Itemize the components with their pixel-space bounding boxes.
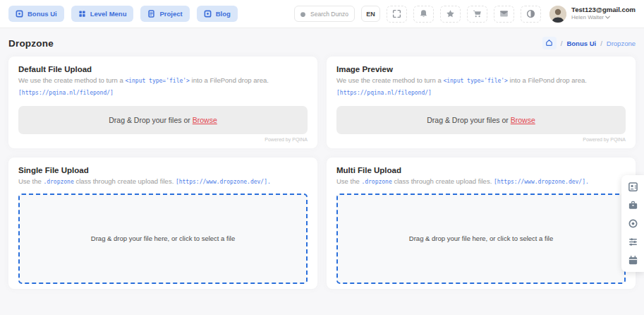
breadcrumb-home-button[interactable]: [542, 37, 557, 49]
filepond-drop-area[interactable]: Drag & Drop your files or Browse: [336, 106, 626, 134]
moon-icon: [526, 9, 535, 18]
nav-button-project[interactable]: Project: [140, 6, 189, 22]
language-button[interactable]: EN: [361, 6, 380, 22]
contact-icon[interactable]: [628, 182, 638, 192]
record-icon[interactable]: [628, 218, 638, 229]
inline-code: <input type='file'>: [125, 78, 190, 84]
card-multi-file-upload: Multi File Upload Use the .dropzone clas…: [327, 158, 636, 289]
cart-icon: [473, 9, 482, 18]
drop-label: Drag & drop your file here, or click to …: [409, 234, 553, 242]
maximize-icon: [392, 9, 401, 18]
card-link[interactable]: [https://pqina.nl/filepond/]: [336, 88, 626, 98]
cart-button[interactable]: [467, 6, 487, 23]
account-name: Helen Walter: [571, 14, 636, 20]
nav-button-bonus-ui[interactable]: Bonus Ui: [8, 6, 64, 22]
account-menu[interactable]: Test123@gmail.com Helen Walter: [549, 6, 636, 23]
bell-icon: [419, 9, 428, 18]
card-single-file-upload: Single File Upload Use the .dropzone cla…: [8, 158, 317, 289]
card-title: Single File Upload: [18, 166, 308, 174]
chevron-down-icon: [605, 14, 610, 20]
breadcrumb-separator: /: [600, 40, 602, 47]
briefcase-icon[interactable]: [628, 200, 638, 210]
browse-link[interactable]: Browse: [193, 116, 217, 124]
sliders-icon[interactable]: [628, 237, 638, 247]
customizer-side-panel: [621, 175, 644, 272]
card-description: Use the .dropzone class through create u…: [336, 177, 626, 187]
card-description: We use the create method to turn a <inpu…: [18, 76, 308, 86]
card-link[interactable]: [https://pqina.nl/filepond/]: [18, 88, 308, 98]
card-default-file-upload: Default File Upload We use the create me…: [8, 57, 317, 148]
card-title: Multi File Upload: [336, 166, 626, 174]
header-nav-group: Bonus Ui Level Menu Project Blog: [8, 6, 238, 22]
bookmark-button[interactable]: [440, 6, 461, 23]
powered-by-credit: Powered by PQINA: [18, 137, 308, 142]
dropzone-single[interactable]: Drag & drop your file here, or click to …: [18, 194, 308, 284]
card-description: Use the .dropzone class through create u…: [18, 177, 308, 187]
card-image-preview: Image Preview We use the create method t…: [327, 57, 636, 148]
nav-button-label: Level Menu: [90, 10, 127, 18]
card-description: We use the create method to turn a <inpu…: [336, 76, 626, 86]
breadcrumb-current[interactable]: Dropzone: [607, 40, 636, 47]
inline-code: <input type='file'>: [443, 78, 508, 84]
drop-label: Drag & Drop your files or: [109, 116, 190, 124]
content-grid: Default File Upload We use the create me…: [0, 57, 644, 289]
header-actions: EN: [294, 6, 636, 23]
nav-button-blog[interactable]: Blog: [197, 6, 238, 22]
search-input[interactable]: [310, 11, 349, 18]
account-email: Test123@gmail.com: [571, 6, 636, 14]
dark-mode-button[interactable]: [521, 6, 541, 23]
star-icon: [446, 9, 455, 18]
nav-button-label: Blog: [216, 10, 231, 18]
notifications-button[interactable]: [413, 6, 434, 23]
dropzone-multi[interactable]: Drag & drop your file here, or click to …: [336, 194, 626, 284]
mail-icon: [499, 9, 509, 18]
card-title: Image Preview: [336, 65, 626, 73]
top-header: Bonus Ui Level Menu Project Blog: [0, 0, 644, 28]
card-title: Default File Upload: [18, 65, 308, 73]
account-text: Test123@gmail.com Helen Walter: [571, 6, 636, 20]
breadcrumb: / Bonus Ui / Dropzone: [542, 37, 636, 49]
document-icon: [147, 10, 155, 18]
page-head: Dropzone / Bonus Ui / Dropzone: [0, 28, 644, 57]
nav-button-level-menu[interactable]: Level Menu: [71, 6, 134, 22]
calendar-icon[interactable]: [628, 255, 638, 266]
drop-label: Drag & Drop your files or: [427, 116, 509, 124]
card-link[interactable]: [https://www.dropzone.dev/].: [176, 179, 271, 185]
breadcrumb-separator: /: [561, 40, 563, 47]
breadcrumb-section[interactable]: Bonus Ui: [566, 40, 596, 47]
app-icon: [16, 10, 23, 18]
powered-by-credit: Powered by PQINA: [336, 137, 626, 142]
search-icon: [300, 8, 306, 20]
inline-code: .dropzone: [361, 179, 391, 185]
search-box[interactable]: [294, 6, 355, 22]
avatar: [549, 6, 566, 23]
grid-icon: [78, 10, 86, 18]
nav-button-label: Bonus Ui: [28, 10, 57, 18]
home-icon: [545, 39, 553, 48]
browse-link[interactable]: Browse: [511, 116, 535, 124]
nav-button-label: Project: [159, 10, 182, 18]
filepond-drop-area[interactable]: Drag & Drop your files or Browse: [18, 106, 308, 134]
inline-code: .dropzone: [43, 179, 73, 185]
messages-button[interactable]: [494, 6, 514, 23]
page-title: Dropzone: [8, 38, 54, 49]
fullscreen-button[interactable]: [387, 6, 407, 23]
card-link[interactable]: [https://www.dropzone.dev/].: [494, 179, 589, 185]
blog-icon: [204, 10, 212, 18]
drop-label: Drag & drop your file here, or click to …: [91, 234, 235, 242]
